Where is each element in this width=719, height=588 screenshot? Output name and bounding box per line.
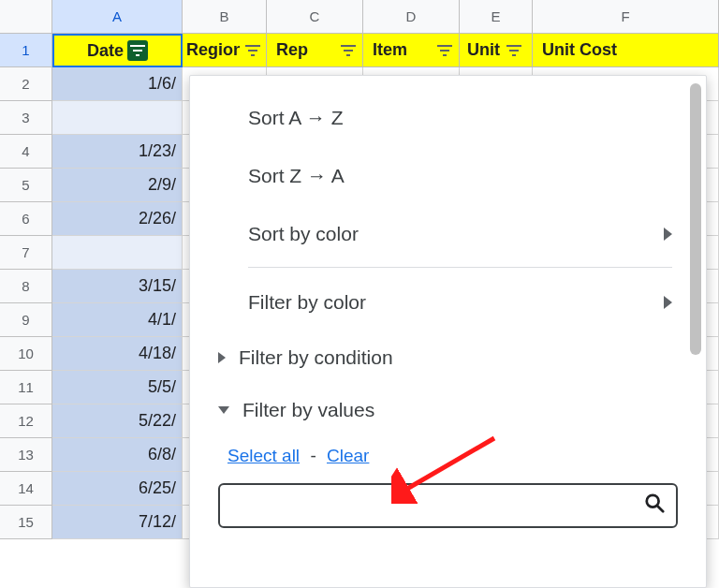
row-head-11[interactable]: 11 (0, 371, 52, 404)
row-head-10[interactable]: 10 (0, 337, 52, 371)
chevron-right-icon (664, 228, 672, 241)
header-label: Item (373, 40, 407, 60)
cell-A9[interactable]: 4/1/ (52, 303, 183, 337)
cell-A4[interactable]: 1/23/ (52, 135, 183, 169)
row-head-4[interactable]: 4 (0, 135, 52, 169)
col-head-C[interactable]: C (267, 0, 363, 34)
cell-A12[interactable]: 5/22/ (52, 404, 183, 438)
cell-A13[interactable]: 6/8/ (52, 438, 183, 472)
cell-A8[interactable]: 3/15/ (52, 270, 183, 303)
popup-scrollbar[interactable] (690, 83, 701, 580)
filter-icon-region[interactable] (243, 40, 262, 61)
filter-search-input[interactable] (218, 483, 678, 528)
header-cell-region[interactable]: Region (183, 34, 267, 67)
filter-dropdown: Sort A → Z Sort Z → A Sort by color Filt… (189, 75, 707, 588)
filter-by-condition[interactable]: Filter by condition (190, 331, 706, 384)
clear-link[interactable]: Clear (327, 446, 369, 465)
cell-A15[interactable]: 7/12/ (52, 506, 183, 539)
menu-label: Filter by color (248, 291, 664, 314)
row-head-12[interactable]: 12 (0, 404, 52, 438)
col-head-D[interactable]: D (363, 0, 460, 34)
header-cell-unit-cost[interactable]: Unit Cost (533, 34, 719, 67)
row-head-1[interactable]: 1 (0, 34, 52, 67)
filter-values-links: Select all - Clear (190, 436, 706, 483)
cell-A2[interactable]: 1/6/ (52, 67, 183, 101)
cell-A11[interactable]: 5/5/ (52, 371, 183, 404)
menu-label: Sort A → Z (248, 107, 672, 129)
row-head-2[interactable]: 2 (0, 67, 52, 101)
menu-label: Filter by condition (239, 346, 672, 369)
row-head-3[interactable]: 3 (0, 101, 52, 135)
header-label: Unit Cost (542, 40, 617, 60)
row-head-14[interactable]: 14 (0, 472, 52, 506)
svg-point-0 (647, 495, 659, 507)
search-icon (644, 492, 665, 519)
chevron-right-icon (664, 296, 672, 309)
divider (248, 267, 672, 268)
sort-a-to-z[interactable]: Sort A → Z (190, 89, 706, 147)
header-label: Rep (276, 40, 308, 60)
menu-label: Filter by values (242, 399, 672, 421)
col-head-F[interactable]: F (533, 0, 719, 34)
row-head-5[interactable]: 5 (0, 169, 52, 202)
cell-A6[interactable]: 2/26/ (52, 202, 183, 236)
filter-icon-unit[interactable] (504, 40, 524, 61)
filter-icon-item[interactable] (434, 40, 455, 61)
select-all-corner[interactable] (0, 0, 52, 34)
row-head-15[interactable]: 15 (0, 506, 52, 539)
separator: - (304, 446, 321, 465)
sort-by-color[interactable]: Sort by color (190, 205, 706, 263)
cell-A3[interactable] (52, 101, 183, 135)
row-head-8[interactable]: 8 (0, 270, 52, 303)
search-text-input[interactable] (231, 495, 644, 517)
filter-by-color[interactable]: Filter by color (190, 273, 706, 331)
filter-by-values[interactable]: Filter by values (190, 384, 706, 436)
cell-A7[interactable] (52, 236, 183, 270)
expand-down-icon (218, 406, 229, 414)
expand-right-icon (218, 352, 226, 363)
row-head-7[interactable]: 7 (0, 236, 52, 270)
sort-z-to-a[interactable]: Sort Z → A (190, 147, 706, 205)
filter-icon-rep[interactable] (338, 40, 359, 61)
row-head-13[interactable]: 13 (0, 438, 52, 472)
svg-line-1 (658, 507, 664, 512)
col-head-B[interactable]: B (183, 0, 267, 34)
filter-icon-date[interactable] (127, 40, 148, 61)
row-head-6[interactable]: 6 (0, 202, 52, 236)
cell-A14[interactable]: 6/25/ (52, 472, 183, 506)
menu-label: Sort by color (248, 223, 664, 245)
scrollbar-thumb[interactable] (690, 83, 701, 355)
header-cell-date[interactable]: Date (52, 34, 183, 67)
header-label: Unit (467, 40, 500, 60)
col-head-A[interactable]: A (52, 0, 183, 34)
row-head-9[interactable]: 9 (0, 303, 52, 337)
cell-A10[interactable]: 4/18/ (52, 337, 183, 371)
cell-A5[interactable]: 2/9/ (52, 169, 183, 202)
header-label: Date (87, 41, 124, 61)
menu-label: Sort Z → A (248, 165, 672, 187)
header-cell-rep[interactable]: Rep (267, 34, 363, 67)
col-head-E[interactable]: E (460, 0, 533, 34)
header-cell-item[interactable]: Item (363, 34, 460, 67)
header-label: Region (186, 40, 240, 60)
header-cell-unit[interactable]: Unit (460, 34, 533, 67)
select-all-link[interactable]: Select all (227, 446, 300, 465)
